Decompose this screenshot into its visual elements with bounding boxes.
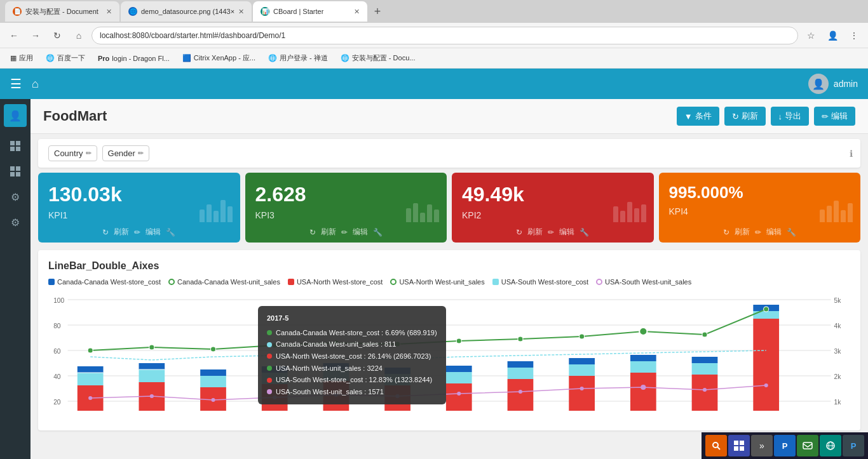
taskbar-search[interactable] (705, 435, 727, 456)
taskbar-more[interactable]: » (751, 435, 773, 456)
kpi2-edit-icon[interactable]: ✏ (548, 228, 554, 237)
menu-icon[interactable]: ☰ (10, 76, 22, 91)
sidebar-item-settings1[interactable]: ⚙ (4, 185, 27, 208)
legend-dot-3 (288, 279, 294, 285)
bookmark-login[interactable]: Pro login - Dragon Fl... (93, 53, 175, 63)
svg-point-82 (713, 442, 718, 448)
bookmark-citrix[interactable]: 🟦 Citrix XenApp - 应... (177, 52, 261, 64)
kpi1-refresh-icon[interactable]: ↻ (102, 228, 109, 237)
bookmark-user-login[interactable]: 🌐 用户登录 - 禅道 (263, 52, 333, 64)
kpi2-refresh-icon[interactable]: ↻ (516, 228, 522, 237)
svg-point-58 (88, 348, 93, 353)
svg-point-66 (580, 334, 585, 339)
svg-text:60: 60 (53, 348, 61, 355)
browser-tab-1[interactable]: 📄 安装与配置 - Document ✕ (5, 1, 119, 22)
legend-circle-4 (390, 279, 397, 285)
app-header: ☰ ⌂ 👤 admin (0, 69, 868, 99)
svg-text:4k: 4k (834, 323, 842, 329)
app-home-icon[interactable]: ⌂ (32, 77, 39, 91)
bookmark-apps[interactable]: ▦ 应用 (5, 52, 38, 64)
tab-close-2[interactable]: ✕ (238, 8, 244, 16)
back-button[interactable]: ← (5, 27, 23, 44)
user-profile-icon[interactable]: 👤 (824, 27, 841, 44)
filter-tag-gender[interactable]: Gender ✏ (102, 145, 149, 161)
svg-point-78 (580, 387, 584, 390)
kpi-card-4: 995.000% KPI4 ↻ 刷新 ✏ (659, 173, 861, 243)
kpi1-edit-icon[interactable]: ✏ (134, 228, 140, 237)
svg-rect-52 (692, 357, 718, 363)
svg-text:2k: 2k (834, 373, 842, 380)
taskbar-app3[interactable] (820, 435, 841, 456)
tooltip-row-6: USA-South West-unit_sales : 1571 (267, 386, 437, 398)
svg-rect-45 (569, 364, 595, 376)
kpi3-edit-icon[interactable]: ✏ (341, 228, 348, 237)
filter-label: 条件 (695, 110, 712, 122)
bookmark-install[interactable]: 🌐 安装与配置 - Docu... (336, 52, 421, 64)
new-tab-button[interactable]: + (369, 3, 386, 20)
sidebar-item-grid1[interactable] (4, 135, 27, 157)
export-label: 导出 (785, 110, 801, 122)
kpi4-wrench-icon[interactable]: 🔧 (787, 228, 796, 237)
export-button[interactable]: ↓ 导出 (771, 107, 810, 126)
sidebar-item-settings2[interactable]: ⚙ (4, 211, 27, 234)
svg-point-72 (211, 398, 215, 402)
browser-tab-2[interactable]: 🌐 demo_datasource.png (1443× ✕ (121, 1, 252, 22)
edit-dashboard-button[interactable]: ✏ 编辑 (814, 107, 855, 126)
browser-tab-bar: 📄 安装与配置 - Document ✕ 🌐 demo_datasource.p… (0, 0, 868, 23)
tab-close-1[interactable]: ✕ (106, 8, 112, 16)
kpi2-actions: ↻ 刷新 ✏ 编辑 🔧 (452, 227, 654, 237)
filter-tag-country[interactable]: Country ✏ (48, 145, 97, 161)
address-bar[interactable]: localhost:8080/cboard/starter.html#/dash… (92, 27, 798, 44)
edit-label: 编辑 (831, 110, 848, 122)
windows-taskbar: » P P (702, 432, 868, 459)
tooltip-text-2: Canada-Canada West-unit_sales : 811 (276, 338, 396, 350)
svg-rect-54 (753, 311, 779, 319)
svg-point-60 (210, 347, 215, 352)
citrix-icon: 🟦 (182, 54, 191, 62)
sidebar-item-user[interactable]: 👤 (4, 104, 27, 127)
kpi1-chart (200, 197, 233, 222)
svg-rect-1 (16, 141, 20, 145)
kpi1-wrench-icon[interactable]: 🔧 (166, 228, 175, 237)
refresh-button[interactable]: ↻ (48, 27, 66, 44)
kpi4-edit-icon[interactable]: ✏ (755, 228, 761, 237)
kpi2-wrench-icon[interactable]: 🔧 (580, 228, 589, 237)
dashboard-title: FoodMart (43, 108, 677, 124)
more-options-icon[interactable]: ⋮ (845, 27, 863, 44)
taskbar-app4[interactable]: P (843, 435, 864, 456)
refresh-label: 刷新 (742, 110, 758, 122)
kpi1-refresh-label: 刷新 (114, 227, 129, 237)
tab-label-3: CBoard | Starter (273, 8, 323, 15)
taskbar-app2[interactable] (797, 435, 818, 456)
kpi3-refresh-icon[interactable]: ↻ (309, 228, 316, 237)
svg-rect-28 (200, 369, 226, 376)
taskbar-windows[interactable] (728, 435, 750, 456)
header-actions: ▼ 条件 ↻ 刷新 ↓ 导出 ✏ 编辑 (677, 107, 855, 126)
svg-rect-25 (139, 363, 165, 369)
tooltip-dot-1 (267, 330, 272, 335)
svg-text:1k: 1k (834, 399, 842, 406)
tooltip-dot-6 (267, 389, 272, 394)
svg-point-81 (764, 383, 768, 387)
kpi3-wrench-icon[interactable]: 🔧 (373, 228, 383, 237)
filter-button[interactable]: ▼ 条件 (677, 107, 719, 126)
forward-button[interactable]: → (27, 27, 44, 44)
taskbar-app1[interactable]: P (774, 435, 796, 456)
svg-rect-44 (569, 376, 595, 411)
home-button[interactable]: ⌂ (70, 27, 88, 44)
svg-text:3k: 3k (834, 348, 842, 355)
svg-point-80 (703, 388, 707, 392)
refresh-dashboard-button[interactable]: ↻ 刷新 (724, 107, 766, 126)
sidebar-item-grid2[interactable] (4, 160, 27, 183)
legend-dot-5 (492, 279, 499, 285)
svg-point-68 (702, 332, 707, 337)
bookmark-login-label: login - Dragon Fl... (112, 55, 169, 62)
tab-close-3[interactable]: ✕ (354, 8, 360, 16)
kpi4-refresh-icon[interactable]: ↻ (723, 228, 729, 237)
install-icon: 🌐 (341, 54, 349, 62)
bookmark-baidu[interactable]: 🌐 百度一下 (41, 52, 90, 64)
kpi-row: 130.03k KPI1 ↻ 刷新 ✏ (38, 173, 860, 243)
chart-area: 100 80 60 40 20 5k 4k 3k 2k 1k (48, 293, 850, 420)
browser-tab-3[interactable]: 📊 CBoard | Starter ✕ (253, 1, 367, 22)
bookmark-star-icon[interactable]: ☆ (802, 27, 820, 44)
